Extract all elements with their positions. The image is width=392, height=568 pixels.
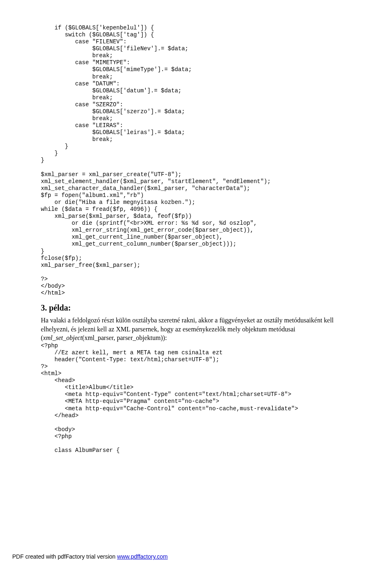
code-block-2: <?php //Ez azert kell, mert a META tag n… (41, 342, 355, 454)
heading-example-3: 3. példa: (41, 302, 355, 313)
prose-part2: (xml_parser, parser_objektum)): (82, 334, 167, 341)
prose-paragraph: Ha valaki a feldolgozó részt külön osztá… (41, 316, 355, 342)
prose-italic: xml_set_object (43, 334, 82, 341)
code-block-1: if ($GLOBALS['kepenbelul']) { switch ($G… (41, 25, 355, 297)
